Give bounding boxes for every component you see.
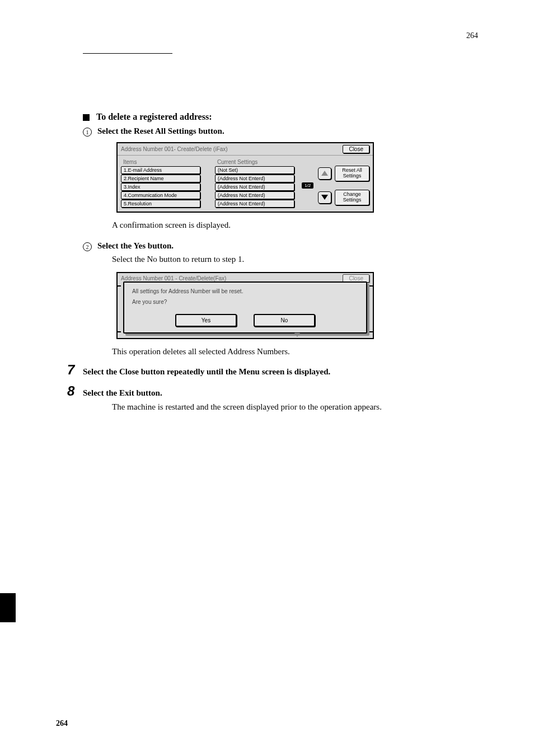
page-number-top: 264 <box>466 31 478 40</box>
step-8: 8 Select the Exit button. <box>67 383 475 399</box>
setting-comm-mode[interactable]: (Address Not Enterd) <box>215 191 294 199</box>
square-bullet-icon <box>83 114 90 121</box>
address-dialog: Address Number 001- Create/Delete (iFax)… <box>116 142 374 213</box>
step-8-number: 8 <box>67 383 83 399</box>
circle-1-icon: 1 <box>83 128 92 137</box>
dialog-body: Items 1.E-mail Address 2.Recipient Name … <box>118 156 373 212</box>
page-number-bottom: 264 <box>56 719 68 728</box>
nav-bottom-row: Change Settings <box>318 190 369 205</box>
confirmation-text: A confirmation screen is displayed. <box>112 220 475 230</box>
dialog-header: Address Number 001- Create/Delete (iFax)… <box>118 143 373 156</box>
step-8-text: Select the Exit button. <box>83 388 162 398</box>
side-tab <box>0 593 16 622</box>
nav-top-row: Reset All Settings <box>318 166 369 181</box>
restart-text: The machine is restarted and the screen … <box>112 402 475 412</box>
substep-2: 2 Select the Yes button. <box>83 241 475 251</box>
content-area: To delete a registered address: 1 Select… <box>83 112 475 417</box>
close-button[interactable]: Close <box>343 145 369 153</box>
arrow-up-icon <box>321 171 328 176</box>
settings-header: Current Settings <box>215 158 299 166</box>
change-settings-button[interactable]: Change Settings <box>335 190 369 205</box>
arrow-down-icon <box>321 195 328 200</box>
dialog-title: Address Number 001- Create/Delete (iFax) <box>121 146 343 152</box>
item-email[interactable]: 1.E-mail Address <box>121 166 200 174</box>
no-button[interactable]: No <box>254 314 315 327</box>
circle-2-icon: 2 <box>83 242 92 251</box>
item-index[interactable]: 3.Index <box>121 183 200 191</box>
page-up-button[interactable] <box>318 167 331 180</box>
substep-2-text: Select the Yes button. <box>97 241 174 251</box>
bottom-arrow-icon <box>294 333 300 337</box>
item-comm-mode[interactable]: 4.Communication Mode <box>121 191 200 199</box>
deletes-text: This operation deletes all selected Addr… <box>112 347 475 356</box>
right-column: Reset All Settings 1/2 Change Settings <box>299 158 369 208</box>
settings-column: Current Settings (Not Set) (Address Not … <box>215 158 299 208</box>
item-resolution[interactable]: 5.Resolution <box>121 200 200 208</box>
delete-heading-row: To delete a registered address: <box>83 112 475 122</box>
confirm-text-2: Are you sure? <box>132 299 358 305</box>
substep-1-text: Select the Reset All Settings button. <box>97 126 224 136</box>
delete-heading: To delete a registered address: <box>96 112 212 122</box>
confirm-text-1: All settings for Address Number will be … <box>132 288 358 294</box>
side-panel-left <box>116 285 121 332</box>
step-7-number: 7 <box>67 362 83 378</box>
setting-recipient-name[interactable]: (Address Not Enterd) <box>215 175 294 182</box>
items-column: Items 1.E-mail Address 2.Recipient Name … <box>121 158 215 208</box>
confirm-modal: All settings for Address Number will be … <box>123 281 367 334</box>
yes-button[interactable]: Yes <box>175 314 237 327</box>
substep-1: 1 Select the Reset All Settings button. <box>83 126 475 137</box>
items-header: Items <box>121 158 215 166</box>
page-down-button[interactable] <box>318 191 331 204</box>
confirm-dialog: Address Number 001 - Create/Delete(Fax) … <box>116 272 374 339</box>
page-indicator-row: 1/2 <box>302 182 313 189</box>
setting-resolution[interactable]: (Address Not Enterd) <box>215 200 294 208</box>
confirm-buttons: Yes No <box>132 314 358 327</box>
step-7-text: Select the Close button repeatedly until… <box>83 367 330 377</box>
setting-email[interactable]: (Not Set) <box>215 166 294 174</box>
item-recipient-name[interactable]: 2.Recipient Name <box>121 175 200 182</box>
side-panel-right <box>369 285 374 332</box>
confirm-dialog-title: Address Number 001 - Create/Delete(Fax) <box>121 275 226 281</box>
page-indicator: 1/2 <box>302 182 313 189</box>
step-7: 7 Select the Close button repeatedly unt… <box>67 362 475 378</box>
return-text: Select the No button to return to step 1… <box>112 255 475 264</box>
reset-all-button[interactable]: Reset All Settings <box>335 166 369 181</box>
horizontal-rule <box>83 53 172 54</box>
setting-index[interactable]: (Address Not Enterd) <box>215 183 294 191</box>
